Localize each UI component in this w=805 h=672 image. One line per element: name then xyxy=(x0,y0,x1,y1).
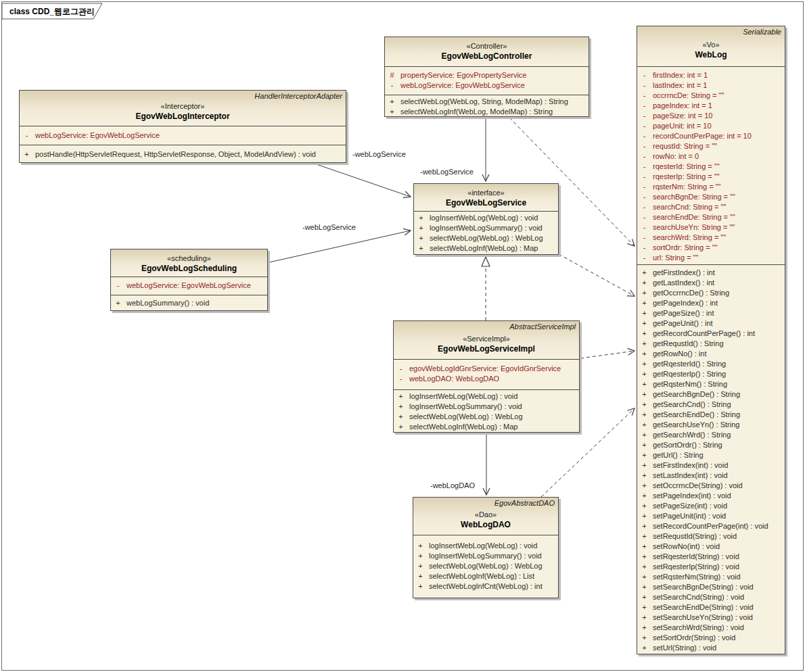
member-row: +getSearchBgnDe() : String xyxy=(637,389,785,400)
member-row: +logInsertWebLog(WebLog) : void xyxy=(394,391,579,402)
member-text: pageSize: int = 10 xyxy=(649,112,712,120)
visibility-marker: # xyxy=(388,70,396,80)
member-row: +setRowNo(int) : void xyxy=(637,542,785,552)
visibility-marker: + xyxy=(640,592,649,602)
member-row: -lastIndex: int = 1 xyxy=(637,80,785,91)
visibility-marker: + xyxy=(640,521,649,531)
member-row: +setOccrrncDe(String) : void xyxy=(637,481,785,491)
class-weblogdao[interactable]: EgovAbstractDAO «Dao» WebLogDAO +logInse… xyxy=(413,497,559,598)
member-row: +getSearchUseYn() : String xyxy=(637,420,785,430)
member-row: +getRqesterIp() : String xyxy=(637,369,785,379)
member-row: -firstIndex: int = 1 xyxy=(637,70,785,80)
visibility-marker: + xyxy=(640,329,649,339)
member-row: +getPageIndex() : int xyxy=(637,298,785,308)
member-row: -webLogDAO: WebLogDAO xyxy=(394,374,579,384)
member-row: +setPageSize(int) : void xyxy=(637,501,785,511)
visibility-marker: - xyxy=(640,141,649,151)
visibility-marker: + xyxy=(640,379,649,389)
class-egovweblog-interceptor[interactable]: HandlerInterceptorAdapter «Interceptor» … xyxy=(19,90,346,163)
member-row: +getLastIndex() : int xyxy=(637,278,785,288)
visibility-marker: + xyxy=(640,369,649,379)
visibility-marker: - xyxy=(640,111,649,121)
class-name: EgovWebLogServiceImpl xyxy=(394,343,579,355)
visibility-marker: + xyxy=(640,552,649,562)
edge-impl-to-weblog xyxy=(580,351,635,358)
stereotype-label: «Interceptor» xyxy=(20,101,346,111)
visibility-marker: + xyxy=(114,298,122,308)
visibility-marker: - xyxy=(640,202,649,212)
visibility-marker: + xyxy=(640,278,649,288)
stereotype-label: «Vo» xyxy=(637,40,785,49)
class-egovweblog-controller[interactable]: «Controller» EgovWebLogController #prope… xyxy=(384,37,589,117)
class-egovweblog-scheduling[interactable]: «scheduling» EgovWebLogScheduling -webLo… xyxy=(110,249,268,311)
member-text: setPageSize(int) : void xyxy=(649,502,727,510)
member-row: -webLogService: EgovWebLogService xyxy=(20,130,346,141)
member-row: +setFirstIndex(int) : void xyxy=(637,460,785,471)
member-text: rqesterId: String = "" xyxy=(649,162,720,170)
member-row: +getRowNo() : int xyxy=(637,349,785,359)
member-row: +setRqesterIp(String) : void xyxy=(637,562,785,572)
member-text: logInsertWebLog(WebLog) : void xyxy=(405,392,518,400)
visibility-marker: + xyxy=(640,613,649,623)
member-text: setSearchWrd(String) : void xyxy=(649,623,744,631)
member-row: +postHandle(HttpServletRequest, HttpServ… xyxy=(20,149,346,160)
visibility-marker: - xyxy=(396,364,405,374)
member-row: +getFirstIndex() : int xyxy=(637,268,785,278)
member-text: getSearchWrd() : String xyxy=(649,431,731,439)
member-row: +logInsertWebLogSummary() : void xyxy=(414,223,558,233)
class-egovweblog-service[interactable]: «interface» EgovWebLogService +logInsert… xyxy=(413,183,559,255)
member-row: +getOccrrncDe() : String xyxy=(637,288,785,298)
member-text: selectWebLogInf(WebLog) : List xyxy=(425,572,534,580)
visibility-marker: - xyxy=(640,212,649,222)
parent-class-label: AbstractServiceImpl xyxy=(509,322,576,331)
member-row: +selectWebLog(WebLog) : WebLog xyxy=(414,233,558,243)
member-row: +setRequstId(String) : void xyxy=(637,531,785,542)
visibility-marker: + xyxy=(640,400,649,410)
member-text: setSortOrdr(String) : void xyxy=(649,633,735,642)
member-row: +getSearchEndDe() : String xyxy=(637,410,785,420)
member-row: +getPageSize() : int xyxy=(637,308,785,318)
visibility-marker: + xyxy=(640,440,649,450)
visibility-marker: + xyxy=(640,501,649,511)
methods-section: +postHandle(HttpServletRequest, HttpServ… xyxy=(20,145,346,163)
visibility-marker: + xyxy=(396,402,405,412)
attributes-section: -egovWebLogIdGnrService: EgovIdGnrServic… xyxy=(394,359,579,389)
member-text: setSearchCnd(String) : void xyxy=(649,593,744,601)
member-text: postHandle(HttpServletRequest, HttpServl… xyxy=(31,150,316,158)
member-text: setSearchEndDe(String) : void xyxy=(649,603,754,611)
member-row: #propertyService: EgovPropertyService xyxy=(385,70,589,80)
member-row: +getRqesterId() : String xyxy=(637,359,785,369)
member-row: +logInsertWebLog(WebLog) : void xyxy=(414,213,558,223)
visibility-marker: + xyxy=(396,391,405,402)
class-weblog-vo[interactable]: Serializable «Vo» WebLog -firstIndex: in… xyxy=(637,26,785,654)
visibility-marker: + xyxy=(640,308,649,318)
member-row: +setRqsterNm(String) : void xyxy=(637,572,785,582)
attributes-section: #propertyService: EgovPropertyService-we… xyxy=(385,66,589,95)
member-row: +getPageUnit() : int xyxy=(637,318,785,329)
member-text: selectWebLogInf(WebLog) : Map xyxy=(405,423,518,431)
member-text: searchUseYn: String = "" xyxy=(649,223,735,231)
class-name: EgovWebLogService xyxy=(414,197,558,209)
member-text: rowNo: int = 0 xyxy=(649,152,699,160)
member-text: setPageUnit(int) : void xyxy=(649,512,726,520)
member-row: +selectWebLogInf(WebLog) : List xyxy=(413,571,558,581)
member-row: +getUrl() : String xyxy=(637,450,785,460)
methods-section: +webLogSummary() : void xyxy=(111,295,267,311)
methods-section: +logInsertWebLog(WebLog) : void+logInser… xyxy=(394,389,579,433)
class-egovweblog-serviceimpl[interactable]: AbstractServiceImpl «ServiceImpl» EgovWe… xyxy=(393,320,580,433)
visibility-marker: + xyxy=(640,471,649,481)
visibility-marker: - xyxy=(396,374,405,384)
member-text: pageUnit: int = 10 xyxy=(649,122,712,130)
visibility-marker: + xyxy=(22,149,31,160)
visibility-marker: + xyxy=(640,481,649,491)
member-row: -webLogService: EgovWebLogService xyxy=(111,281,267,291)
member-text: getRqesterIp() : String xyxy=(649,370,726,378)
member-row: -searchUseYn: String = "" xyxy=(637,222,785,233)
member-row: -pageSize: int = 10 xyxy=(637,111,785,121)
diagram-canvas: class CDD_웹로그관리 HandlerInterceptorAdapte… xyxy=(0,0,805,672)
edge-label-weblogservice-controller: -webLogService xyxy=(420,168,474,176)
member-row: +setPageIndex(int) : void xyxy=(637,491,785,501)
member-row: +webLogSummary() : void xyxy=(111,298,267,308)
member-row: +getSearchCnd() : String xyxy=(637,400,785,410)
member-row: -webLogService: EgovWebLogService xyxy=(385,80,589,91)
